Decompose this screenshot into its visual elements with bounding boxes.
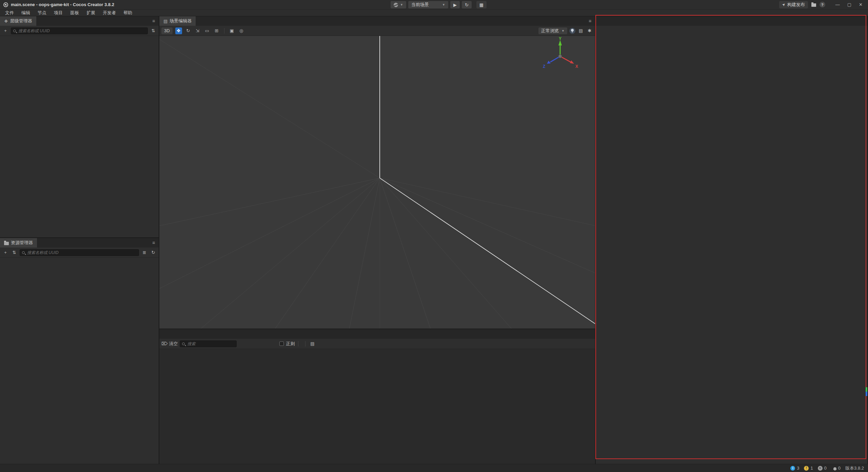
menu-item-6[interactable]: 开发者 (99, 9, 120, 16)
log-file-icon[interactable]: ▤ (309, 340, 316, 347)
info-count: 3 (797, 466, 799, 471)
console-clear-button[interactable]: ⌦ 清空 (161, 340, 178, 347)
snap-tool-icon[interactable]: ⊞ (213, 27, 220, 34)
assets-filter-button[interactable]: ≣ (141, 249, 148, 256)
scene-grid (159, 36, 595, 329)
status-warning-counter[interactable]: ! 1 (804, 466, 813, 471)
console-panel: ⌦ 清空 正则 ▤ (159, 329, 595, 464)
assets-sort-button[interactable]: ⇅ (11, 249, 18, 256)
menu-item-3[interactable]: 项目 (50, 9, 66, 16)
regex-label: 正则 (286, 341, 295, 347)
menu-item-4[interactable]: 面板 (66, 9, 83, 16)
assets-search-input[interactable] (26, 250, 137, 255)
scene-panel-menu-button[interactable]: ≡ (585, 16, 595, 26)
coordinate-mode-icon[interactable]: ◎ (238, 27, 245, 34)
search-icon (182, 342, 185, 345)
menu-item-7[interactable]: 帮助 (120, 9, 136, 16)
create-node-button[interactable]: + (2, 27, 9, 34)
console-clear-label: 清空 (169, 341, 178, 347)
toggle-2d3d-button[interactable]: 3D (161, 27, 173, 34)
scene-select-dropdown[interactable]: 当前场景 ▼ (408, 1, 448, 8)
build-publish-button[interactable]: ➤ 构建发布 (779, 1, 808, 8)
scene-select-value: 当前场景 (411, 2, 429, 8)
scrollbar-mark-blue (866, 392, 867, 396)
view-mode-dropdown[interactable]: 正常浏览 ▼ (538, 27, 567, 34)
qr-code-icon: ▦ (479, 2, 484, 7)
hierarchy-tree (0, 36, 159, 237)
assets-refresh-button[interactable]: ↻ (150, 249, 157, 256)
hierarchy-panel-menu-button[interactable]: ≡ (149, 16, 159, 26)
axis-z-label: Z (543, 64, 545, 69)
status-bar: i 3 ! 1 ✕ 0 0 版本3.8.2 (0, 464, 868, 472)
console-search-input[interactable] (186, 341, 241, 347)
axis-gizmo[interactable]: Y X Z (538, 37, 582, 76)
close-button[interactable]: ✕ (857, 2, 865, 7)
view-mode-value: 正常浏览 (541, 28, 559, 34)
folder-icon (4, 242, 9, 245)
axis-x-label: X (575, 64, 578, 69)
tab-assets-label: 资源管理器 (11, 240, 33, 246)
search-icon (22, 251, 25, 254)
chevron-down-icon: ▼ (442, 3, 445, 6)
assets-panel: 资源管理器 ≡ + ⇅ ≣ ↻ (0, 238, 159, 464)
status-error-counter[interactable]: ✕ 0 (818, 466, 827, 471)
open-project-folder-button[interactable] (811, 3, 816, 7)
status-notification-counter[interactable]: 0 (833, 466, 841, 471)
menu-item-1[interactable]: 编辑 (18, 9, 34, 16)
cocos-logo-icon (3, 2, 8, 7)
search-icon (13, 29, 16, 32)
scrollbar-mark-green (866, 387, 867, 392)
scene-settings-gear-icon[interactable]: ✱ (586, 27, 593, 34)
hierarchy-search[interactable] (11, 27, 148, 34)
tab-assets[interactable]: 资源管理器 (0, 238, 37, 248)
help-button[interactable]: ? (820, 2, 825, 7)
assets-panel-menu-button[interactable]: ≡ (149, 238, 159, 248)
move-tool-icon[interactable]: ✥ (175, 27, 182, 34)
scene-viewport[interactable]: Y X Z (159, 36, 595, 329)
window-title: main.scene - oops-game-kit - Cocos Creat… (11, 2, 114, 7)
build-publish-icon: ➤ (781, 2, 786, 7)
scene-panel: ▤ 场景编辑器 ≡ 3D ✥ ↻ ⇲ ▭ ⊞ ▣ ◎ (159, 16, 595, 329)
error-count: 0 (824, 466, 827, 471)
refresh-button[interactable]: ↻ (462, 1, 472, 8)
build-publish-label: 构建发布 (787, 2, 805, 8)
hierarchy-filter-button[interactable]: ⇅ (150, 27, 157, 34)
status-info-counter[interactable]: i 3 (790, 466, 799, 471)
info-icon: i (790, 466, 795, 471)
hierarchy-search-input[interactable] (18, 28, 145, 34)
tab-hierarchy[interactable]: ❖ 层级管理器 (0, 16, 36, 26)
console-log-list (159, 349, 595, 464)
bell-icon (833, 467, 836, 470)
refresh-icon: ↻ (465, 2, 469, 7)
tab-scene-editor-label: 场景编辑器 (170, 18, 192, 24)
inspector-panel (596, 16, 867, 464)
create-asset-button[interactable]: + (2, 249, 9, 256)
pivot-mode-icon[interactable]: ▣ (229, 27, 235, 34)
notification-count: 0 (838, 466, 841, 471)
qr-preview-button[interactable]: ▦ (476, 1, 487, 8)
menu-item-2[interactable]: 节点 (34, 9, 50, 16)
version-label: 版本3.8.2 (845, 465, 864, 471)
play-icon: ▶ (453, 2, 457, 7)
error-icon: ✕ (818, 466, 823, 471)
layers-icon: ❖ (4, 19, 8, 24)
maximize-button[interactable]: ▢ (845, 2, 853, 7)
minimize-button[interactable]: — (833, 2, 842, 7)
assets-search[interactable] (20, 249, 139, 256)
tab-scene-editor[interactable]: ▤ 场景编辑器 (159, 16, 196, 26)
tab-hierarchy-label: 层级管理器 (10, 18, 32, 24)
regex-checkbox[interactable]: 正则 (279, 341, 295, 347)
warning-count: 1 (810, 466, 813, 471)
rect-tool-icon[interactable]: ▭ (204, 27, 211, 34)
scene-icon: ▤ (163, 19, 167, 24)
console-search[interactable] (180, 340, 237, 347)
scene-grid-toggle[interactable]: ▤ (577, 27, 584, 34)
rotate-tool-icon[interactable]: ↻ (185, 27, 192, 34)
scale-tool-icon[interactable]: ⇲ (194, 27, 201, 34)
play-button[interactable]: ▶ (450, 1, 460, 8)
chevron-down-icon: ▼ (400, 3, 403, 6)
menu-item-5[interactable]: 扩展 (83, 9, 99, 16)
scene-light-toggle[interactable] (569, 28, 575, 34)
preview-target-button[interactable]: ▼ (391, 1, 406, 8)
menu-item-0[interactable]: 文件 (1, 9, 18, 16)
